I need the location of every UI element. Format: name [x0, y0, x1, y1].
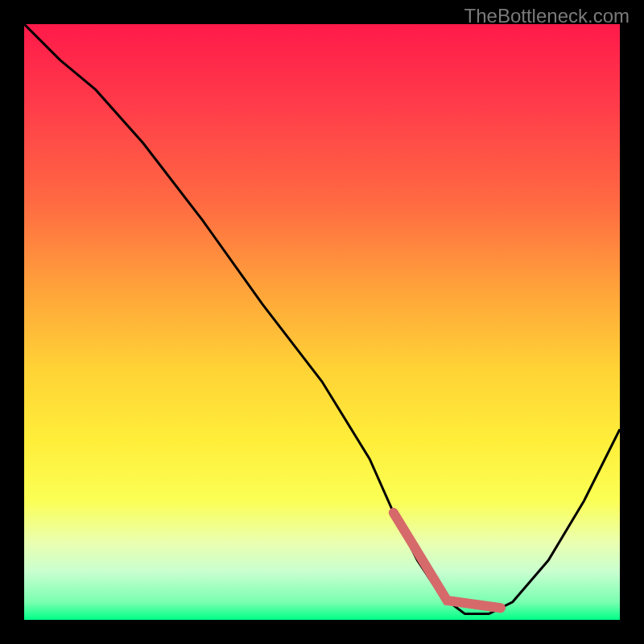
watermark-text: TheBottleneck.com	[464, 5, 630, 27]
chart-area	[24, 24, 620, 620]
gradient-background	[24, 24, 620, 620]
